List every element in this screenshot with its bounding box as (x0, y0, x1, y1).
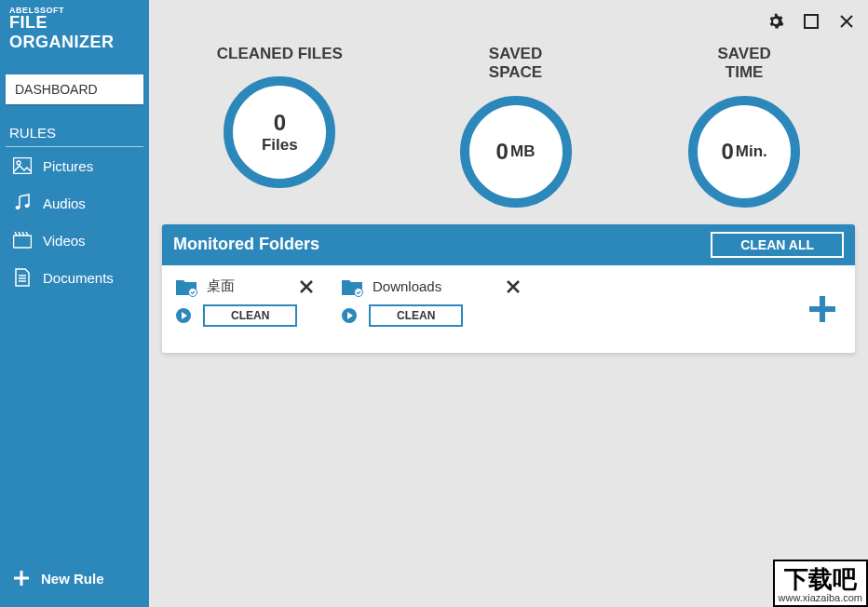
sidebar-item-videos[interactable]: Videos (0, 222, 149, 259)
clean-button[interactable]: CLEAN (369, 304, 463, 327)
stat-unit: Min. (736, 142, 767, 161)
maximize-icon[interactable] (803, 13, 820, 30)
svg-rect-0 (14, 158, 32, 174)
clean-all-button[interactable]: CLEAN ALL (711, 232, 844, 258)
main: CLEANED FILES 0 Files SAVEDSPACE 0 MB SA… (149, 0, 868, 607)
folder-top: 桌面 (175, 277, 313, 297)
folder-bottom: CLEAN (175, 304, 313, 327)
svg-point-3 (25, 204, 30, 208)
stat-value: 0 (496, 139, 509, 165)
stat-title: SAVEDTIME (718, 45, 771, 83)
card-title: Monitored Folders (173, 235, 319, 254)
remove-folder-icon[interactable] (507, 280, 520, 293)
folder-item: Downloads CLEAN (341, 277, 520, 327)
stat-circle: 0 MB (460, 96, 572, 208)
stat-cleaned-files: CLEANED FILES 0 Files (217, 45, 343, 208)
svg-point-8 (355, 288, 363, 296)
sidebar-item-label: Videos (43, 233, 86, 249)
stat-circle: 0 Files (224, 76, 335, 188)
folder-name: 桌面 (207, 277, 235, 295)
folder-top: Downloads (341, 277, 520, 297)
add-folder-button[interactable] (807, 293, 838, 325)
plus-icon (13, 570, 30, 587)
stat-title: CLEANED FILES (217, 45, 343, 63)
dashboard-button[interactable]: DASHBOARD (6, 74, 143, 104)
svg-rect-4 (14, 236, 32, 248)
folder-icon (175, 277, 197, 297)
stat-value: 0 (721, 139, 733, 165)
rules-header: RULES (6, 117, 143, 147)
svg-point-2 (16, 206, 20, 209)
play-icon[interactable] (175, 307, 192, 324)
stat-saved-space: SAVEDSPACE 0 MB (460, 45, 572, 208)
svg-point-6 (189, 288, 197, 296)
sidebar-item-audios[interactable]: Audios (0, 184, 149, 222)
watermark: 下载吧 www.xiazaiba.com (773, 560, 868, 607)
watermark-text: 下载吧 (779, 563, 862, 596)
documents-icon (13, 268, 32, 287)
stat-title: SAVEDSPACE (489, 45, 542, 83)
audios-icon (13, 194, 32, 212)
monitored-folders-card: Monitored Folders CLEAN ALL 桌面 (162, 224, 855, 353)
remove-folder-icon[interactable] (300, 280, 313, 293)
stats-row: CLEANED FILES 0 Files SAVEDSPACE 0 MB SA… (149, 0, 868, 221)
sidebar-item-pictures[interactable]: Pictures (0, 147, 149, 184)
sidebar-spacer (0, 296, 149, 557)
pictures-icon (13, 156, 32, 175)
sidebar: ABELSSOFT FILE ORGANIZER DASHBOARD RULES… (0, 0, 149, 607)
folder-bottom: CLEAN (341, 304, 520, 327)
gear-icon[interactable] (767, 13, 784, 30)
clean-button[interactable]: CLEAN (203, 304, 297, 327)
sidebar-item-label: Documents (43, 270, 114, 286)
card-body: 桌面 CLEAN Downloads (162, 265, 855, 353)
sidebar-item-documents[interactable]: Documents (0, 259, 149, 296)
brand-main: FILE ORGANIZER (9, 13, 140, 52)
card-header: Monitored Folders CLEAN ALL (162, 224, 855, 265)
new-rule-button[interactable]: New Rule (0, 557, 149, 607)
stat-value: 0 (274, 110, 286, 136)
svg-rect-5 (805, 15, 818, 28)
stat-circle: 0 Min. (688, 96, 800, 208)
folder-icon (341, 277, 363, 297)
watermark-url: www.xiazaiba.com (779, 592, 862, 603)
stat-unit: Files (262, 136, 298, 155)
folder-name: Downloads (373, 278, 441, 294)
window-controls (767, 13, 855, 30)
play-icon[interactable] (341, 307, 358, 324)
sidebar-item-label: Audios (43, 196, 86, 211)
new-rule-label: New Rule (41, 571, 104, 587)
folder-item: 桌面 CLEAN (175, 277, 313, 327)
svg-point-1 (17, 161, 20, 165)
stat-unit: MB (510, 142, 535, 161)
videos-icon (13, 231, 32, 250)
brand: ABELSSOFT FILE ORGANIZER (0, 0, 149, 60)
sidebar-item-label: Pictures (43, 158, 93, 174)
stat-saved-time: SAVEDTIME 0 Min. (688, 45, 800, 208)
close-icon[interactable] (838, 13, 855, 30)
